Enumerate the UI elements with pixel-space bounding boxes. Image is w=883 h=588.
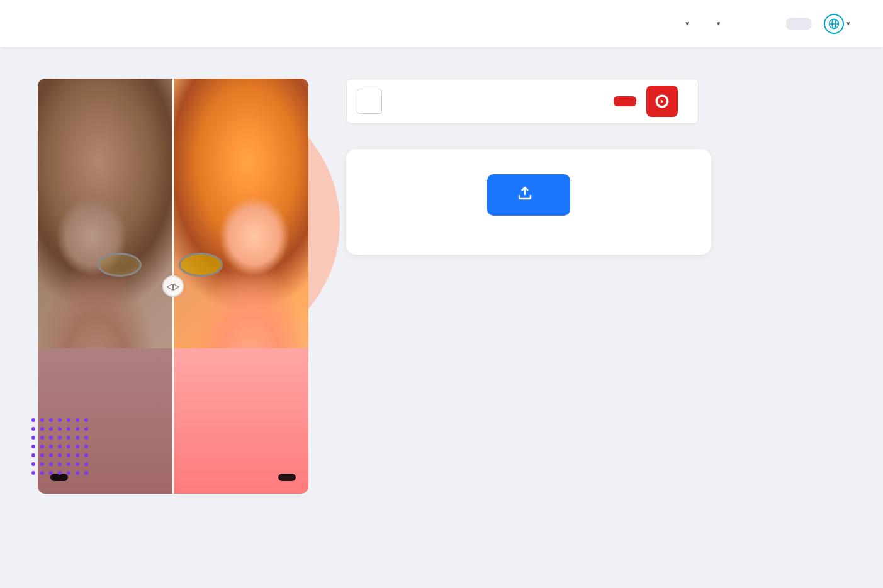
dot: [84, 427, 88, 431]
dot: [31, 445, 35, 448]
ad-download-button[interactable]: [614, 96, 636, 106]
dot: [58, 471, 62, 475]
dot: [84, 462, 88, 466]
dot: [67, 436, 70, 440]
dot: [49, 418, 53, 422]
dot: [58, 462, 62, 466]
nav-blogs[interactable]: [736, 19, 756, 29]
dot: [76, 427, 79, 431]
ad-banner: [346, 79, 699, 124]
dot: [31, 427, 35, 431]
dot: [31, 436, 35, 440]
nav-pricing[interactable]: [761, 19, 781, 29]
dot: [67, 445, 70, 448]
dot-grid-decoration: const grid = document.querySelector('.do…: [31, 418, 94, 481]
upload-icon: [517, 186, 532, 204]
dot: [31, 471, 35, 475]
dot: [49, 471, 53, 475]
dot: [67, 471, 70, 475]
dot: [67, 453, 70, 457]
ad-shutterstock-logo: [646, 86, 678, 117]
comparison-section: ◁▷ const grid = document.querySelector('…: [38, 60, 308, 494]
dot: [31, 453, 35, 457]
dot: [76, 462, 79, 466]
dot: [84, 445, 88, 448]
dot: [58, 445, 62, 448]
dot: [40, 436, 44, 440]
glasses-right: [179, 253, 223, 277]
dot: [76, 445, 79, 448]
select-images-button[interactable]: [487, 174, 570, 216]
dot: [84, 453, 88, 457]
dot: [58, 427, 62, 431]
dot: [84, 471, 88, 475]
dot: [76, 453, 79, 457]
nav-my-account[interactable]: [786, 18, 811, 30]
dot: [84, 436, 88, 440]
glasses-left: [98, 253, 142, 277]
apps-chevron-icon: ▾: [717, 19, 721, 28]
dot: [76, 436, 79, 440]
ai-tools-chevron-icon: ▾: [685, 19, 689, 28]
main-nav: ▾ ▾ ▾: [673, 9, 858, 39]
dot: [58, 418, 62, 422]
header: ▾ ▾ ▾: [0, 0, 883, 47]
dot: [49, 462, 53, 466]
dot: [40, 471, 44, 475]
dot: [67, 418, 70, 422]
hoodie-after: [173, 348, 308, 494]
dot: [58, 453, 62, 457]
language-chevron-icon: ▾: [846, 19, 850, 28]
dot: [40, 462, 44, 466]
dot: [40, 418, 44, 422]
dot: [49, 445, 53, 448]
main-content: ◁▷ const grid = document.querySelector('…: [0, 47, 883, 494]
dot: [31, 418, 35, 422]
dot: [67, 427, 70, 431]
after-label: [278, 474, 296, 481]
nav-apps[interactable]: ▾: [704, 14, 731, 33]
dot: [58, 436, 62, 440]
nav-ai-tools[interactable]: ▾: [673, 14, 699, 33]
dot: [40, 445, 44, 448]
dot: [76, 471, 79, 475]
dot: [76, 418, 79, 422]
dot: [49, 427, 53, 431]
dot: [84, 418, 88, 422]
dot: [49, 436, 53, 440]
dot: [40, 453, 44, 457]
dot: [40, 427, 44, 431]
dot: [49, 453, 53, 457]
right-section: [346, 60, 845, 494]
nav-language[interactable]: ▾: [816, 9, 858, 39]
globe-icon: [824, 14, 844, 34]
comparison-handle[interactable]: ◁▷: [162, 275, 184, 297]
dot: [67, 462, 70, 466]
upload-card: [346, 149, 711, 255]
dot: [31, 462, 35, 466]
ad-download-icon: [357, 89, 382, 114]
